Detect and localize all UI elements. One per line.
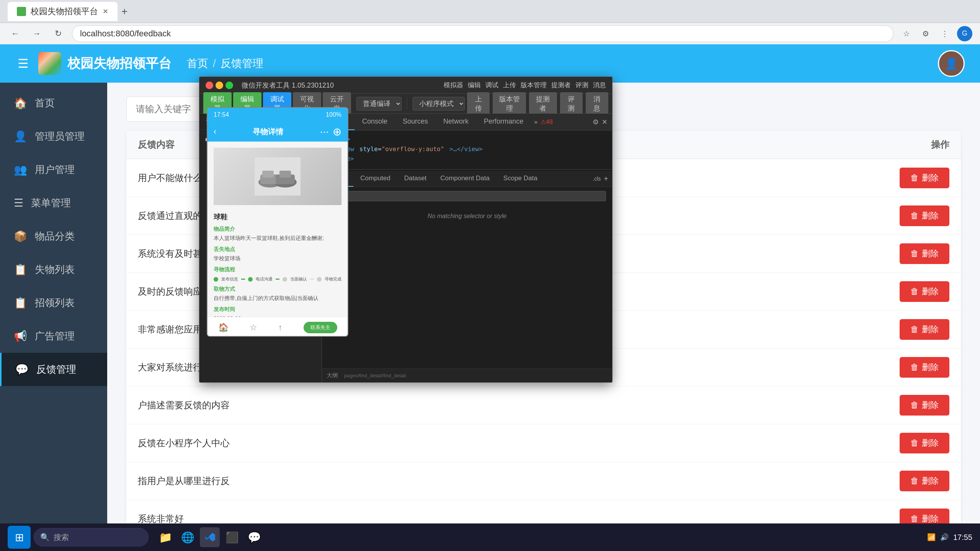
add-style-icon[interactable]: + bbox=[604, 174, 608, 183]
sidebar-item-items[interactable]: 📦 物品分类 bbox=[0, 220, 107, 253]
start-button[interactable]: ⊞ bbox=[8, 526, 31, 549]
delete-button-1[interactable]: 🗑 删除 bbox=[900, 168, 949, 188]
phone-close-icon[interactable]: ⊕ bbox=[333, 126, 341, 138]
delete-button-8[interactable]: 🗑 删除 bbox=[900, 433, 949, 453]
submit-test-btn[interactable]: 提测者 bbox=[529, 92, 557, 115]
sidebar-item-admin[interactable]: 👤 管理员管理 bbox=[0, 120, 107, 153]
outline-label[interactable]: 大纲 bbox=[327, 372, 338, 379]
close-panel-icon[interactable]: ✕ bbox=[602, 118, 608, 126]
mode-select[interactable]: 小程序模式 bbox=[413, 97, 465, 111]
taskbar: ⊞ 🔍 搜索 📁 🌐 ⬛ 💬 📶 🔊 17:55 bbox=[0, 523, 980, 551]
taskbar-app-file[interactable]: 📁 bbox=[155, 527, 175, 547]
phone-nav-bar: ‹ 寻物详情 ··· ⊕ bbox=[207, 122, 348, 142]
dt-tab-msg[interactable]: 消息 bbox=[593, 81, 606, 90]
sidebar-item-ads[interactable]: 📢 广告管理 bbox=[0, 320, 107, 353]
dt-tab-eval[interactable]: 评测 bbox=[575, 81, 588, 90]
cls-icon[interactable]: .cls bbox=[593, 176, 601, 182]
phone-battery: 100% bbox=[326, 111, 341, 118]
dt-tab-upload[interactable]: 上传 bbox=[503, 81, 516, 90]
sidebar-item-menus[interactable]: ☰ 菜单管理 bbox=[0, 186, 107, 220]
phone-more-icon[interactable]: ··· bbox=[320, 126, 329, 138]
back-button[interactable]: ← bbox=[8, 26, 23, 41]
active-tab[interactable]: 校园失物招领平台 ✕ bbox=[8, 2, 118, 21]
sidebar-item-claim[interactable]: 📋 招领列表 bbox=[0, 286, 107, 320]
phone-home-icon[interactable]: 🏠 bbox=[218, 323, 229, 333]
dt-tab-simulator[interactable]: 模拟器 bbox=[444, 81, 463, 90]
html-pane: <page> <view style="overflow-y:auto" >…<… bbox=[322, 130, 612, 168]
user-avatar[interactable]: 👤 bbox=[938, 50, 965, 77]
new-tab-button[interactable]: + bbox=[118, 5, 131, 18]
breadcrumb-home[interactable]: 首页 bbox=[187, 56, 208, 71]
taskbar-time: 17:55 bbox=[953, 533, 972, 542]
sidebar-label-items: 物品分类 bbox=[35, 230, 75, 243]
styles-filter-input[interactable] bbox=[328, 191, 606, 201]
tab-close-btn[interactable]: ✕ bbox=[103, 7, 108, 16]
phone-star-icon[interactable]: ☆ bbox=[250, 323, 257, 333]
dt-tab-editor[interactable]: 编辑 bbox=[468, 81, 481, 90]
trash-icon-2: 🗑 bbox=[910, 211, 919, 221]
dataset-tab[interactable]: Dataset bbox=[397, 171, 434, 187]
taskbar-app-wechat[interactable]: 💬 bbox=[244, 527, 264, 547]
trash-icon-5: 🗑 bbox=[910, 324, 919, 334]
sidebar-item-feedback[interactable]: 💬 反馈管理 bbox=[0, 353, 107, 386]
settings-icon[interactable]: ⚙ bbox=[593, 118, 599, 126]
taskbar-app-vscode[interactable] bbox=[200, 527, 220, 547]
devtools-status-bar: 大纲 pages/find_detail/find_detail bbox=[322, 368, 612, 382]
version-mgr-btn[interactable]: 版本管理 bbox=[493, 92, 526, 115]
ops-col-9: 🗑 删除 bbox=[679, 471, 949, 491]
phone-share-icon[interactable]: ↑ bbox=[278, 323, 283, 333]
delete-button-5[interactable]: 🗑 删除 bbox=[900, 319, 949, 340]
scope-data-tab[interactable]: Scope Data bbox=[497, 171, 544, 187]
profile-avatar[interactable]: G bbox=[957, 26, 972, 41]
sidebar-item-users[interactable]: 👥 用户管理 bbox=[0, 153, 107, 186]
volume-icon: 🔊 bbox=[940, 533, 949, 541]
svg-rect-6 bbox=[279, 171, 291, 178]
extensions-icon[interactable]: ⚙ bbox=[919, 27, 933, 41]
taskbar-app-browser[interactable]: 🌐 bbox=[178, 527, 198, 547]
tab-console[interactable]: Console bbox=[354, 114, 395, 130]
menu-icon[interactable]: ⋮ bbox=[938, 27, 952, 41]
phone-content[interactable]: 球鞋 物品简介 本人篮球场昨天一双篮球鞋,捡到后还重金酬谢; 丢失地点 学校篮球… bbox=[207, 142, 348, 317]
item-category: 球鞋 bbox=[214, 210, 341, 222]
sidebar-label-users: 用户管理 bbox=[35, 163, 75, 176]
sidebar-item-home[interactable]: 🏠 首页 bbox=[0, 86, 107, 120]
reload-button[interactable]: ↻ bbox=[51, 26, 66, 41]
devtools-max-btn[interactable] bbox=[225, 82, 233, 89]
compile-select[interactable]: 普通编译 bbox=[356, 97, 402, 111]
error-badge: ⚠ 48 bbox=[541, 114, 553, 130]
sidebar: 🏠 首页 👤 管理员管理 👥 用户管理 ☰ 菜单管理 📦 物品分类 📋 失物列表… bbox=[0, 83, 107, 551]
upload-btn[interactable]: 上传 bbox=[467, 92, 490, 115]
computed-tab[interactable]: Computed bbox=[353, 171, 397, 187]
delete-button-3[interactable]: 🗑 删除 bbox=[900, 243, 949, 264]
taskbar-search[interactable]: 🔍 搜索 bbox=[34, 528, 149, 546]
forward-button[interactable]: → bbox=[29, 26, 44, 41]
sidebar-item-lost[interactable]: 📋 失物列表 bbox=[0, 253, 107, 286]
phone-action-btn[interactable]: 联系失主 bbox=[304, 322, 337, 333]
delete-button-6[interactable]: 🗑 删除 bbox=[900, 357, 949, 378]
dt-tab-version[interactable]: 版本管理 bbox=[521, 81, 547, 90]
address-bar[interactable]: localhost:8080/feedback bbox=[72, 25, 893, 42]
phone-back-icon[interactable]: ‹ bbox=[214, 127, 216, 137]
bookmark-icon[interactable]: ☆ bbox=[900, 27, 913, 41]
delete-button-4[interactable]: 🗑 删除 bbox=[900, 281, 949, 302]
tab-title: 校园失物招领平台 bbox=[31, 6, 98, 17]
evaluate-btn[interactable]: 评测 bbox=[560, 92, 583, 115]
dt-tab-test[interactable]: 提测者 bbox=[551, 81, 571, 90]
taskbar-app-terminal[interactable]: ⬛ bbox=[222, 527, 242, 547]
component-data-tab[interactable]: Component Data bbox=[433, 171, 497, 187]
tab-network[interactable]: Network bbox=[436, 114, 476, 130]
hamburger-menu[interactable]: ☰ bbox=[15, 56, 31, 71]
tab-sources[interactable]: Sources bbox=[395, 114, 436, 130]
devtools-min-btn[interactable] bbox=[216, 82, 223, 89]
delete-button-9[interactable]: 🗑 删除 bbox=[900, 471, 949, 491]
step-dot-3 bbox=[283, 277, 287, 282]
lost-icon: 📋 bbox=[14, 263, 27, 276]
delete-button-2[interactable]: 🗑 删除 bbox=[900, 205, 949, 226]
tab-performance[interactable]: Performance bbox=[476, 114, 531, 130]
item-process-section: 寻物流程 发布信息 电话沟通 当面确认 寻物完成 bbox=[214, 266, 341, 282]
dt-tab-debug[interactable]: 调试 bbox=[485, 81, 498, 90]
breadcrumb-sep: / bbox=[213, 57, 216, 70]
devtools-close-btn[interactable] bbox=[206, 82, 213, 89]
delete-button-7[interactable]: 🗑 删除 bbox=[900, 395, 949, 416]
news-btn[interactable]: 消息 bbox=[586, 92, 608, 115]
